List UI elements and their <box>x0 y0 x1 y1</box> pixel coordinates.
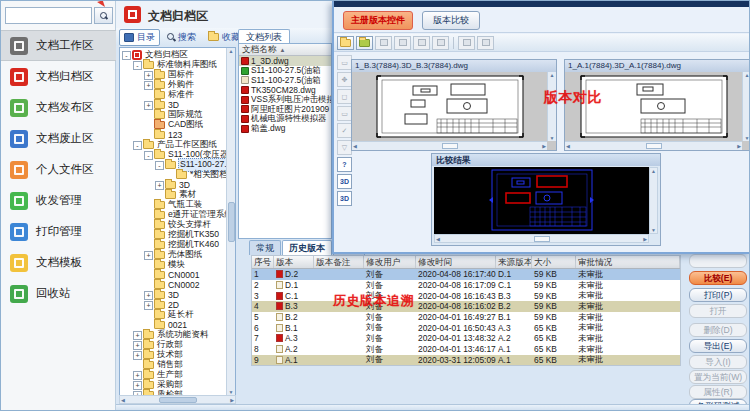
search-button[interactable] <box>94 7 113 24</box>
tree-node[interactable]: +CN0002 <box>120 280 235 290</box>
personal-icon <box>10 161 28 179</box>
help-icon[interactable]: ? <box>337 157 352 172</box>
expand-icon[interactable]: + <box>144 301 153 310</box>
version-label: D.2 <box>285 269 298 279</box>
search-button[interactable]: 搜索 <box>162 29 201 46</box>
expand-icon[interactable]: + <box>133 351 142 360</box>
table-row[interactable]: 4B.3刘备2020-04-08 16:16:02B.259 KB未审批 <box>252 301 680 312</box>
table-row[interactable]: 5B.2刘备2020-04-01 16:49:27B.159 KB未审批 <box>252 312 680 323</box>
expand-icon[interactable]: + <box>155 181 164 190</box>
folder-save-icon[interactable] <box>356 36 373 50</box>
compare-result-hscroll[interactable]: ◀▶ <box>434 234 649 243</box>
preview-left-hscroll[interactable]: ◀▶ <box>352 141 547 150</box>
print-button[interactable]: 打印(P) <box>689 288 747 302</box>
column-header[interactable]: 来源版本 <box>496 256 532 268</box>
column-header[interactable]: 修改用户 <box>364 256 416 268</box>
expand-icon[interactable]: + <box>133 371 142 380</box>
tree-node[interactable]: +*相关图档 <box>120 170 235 180</box>
expand-icon[interactable]: + <box>144 71 153 80</box>
column-header[interactable]: 大小 <box>532 256 576 268</box>
tree-node[interactable]: +CN0001 <box>120 270 235 280</box>
file-size: 65 KB <box>532 344 576 355</box>
column-header[interactable]: 修改时间 <box>416 256 496 268</box>
collapse-icon[interactable]: - <box>133 61 142 70</box>
compare-result-vscroll[interactable]: ▲▼ <box>649 167 658 234</box>
export-button[interactable]: 导出(E) <box>689 339 747 353</box>
expand-icon[interactable]: + <box>144 101 153 110</box>
sidebar-item-workspace[interactable]: 文档工作区 <box>1 30 116 61</box>
table-row[interactable]: 7A.3刘备2020-04-01 13:48:32A.265 KB未审批 <box>252 333 680 344</box>
sidebar-item-recycle[interactable]: 回收站 <box>1 278 116 309</box>
column-header[interactable]: 序号 <box>252 256 274 268</box>
tab-document-list[interactable]: 文档列表 <box>238 29 290 44</box>
version-gray-icon <box>276 324 283 332</box>
tree-node[interactable]: +延长杆 <box>120 310 235 320</box>
sidebar-item-print-manage[interactable]: 打印管理 <box>1 216 116 247</box>
expand-icon[interactable]: + <box>133 381 142 390</box>
tab-常规[interactable]: 常规 <box>249 240 281 255</box>
folder-open-icon[interactable] <box>337 36 354 50</box>
collapse-icon[interactable]: - <box>144 151 153 160</box>
tree-node[interactable]: +标准件 <box>120 90 235 100</box>
expand-icon[interactable]: + <box>144 291 153 300</box>
folder-icon <box>143 61 154 69</box>
column-header[interactable]: 审批情况 <box>576 256 680 268</box>
table-row[interactable]: 2D.1刘备2020-04-08 16:17:09C.159 KB未审批 <box>252 280 680 291</box>
version-compare-button[interactable]: 版本比较 <box>422 11 480 30</box>
sidebar-item-archive[interactable]: 文档归档区 <box>1 61 116 92</box>
source-version: A.1 <box>496 355 532 366</box>
file-red-icon <box>241 105 249 113</box>
main-version-control-button[interactable]: 主册版本控件 <box>343 11 413 30</box>
expand-icon[interactable]: + <box>144 251 153 260</box>
tree-node[interactable]: +CAD图纸 <box>120 120 235 130</box>
expand-icon[interactable]: + <box>133 331 142 340</box>
tree-node[interactable]: +模块 <box>120 260 235 270</box>
sidebar-item-template[interactable]: 文档模板 <box>1 247 116 278</box>
folder-icon <box>154 261 165 269</box>
tree-node[interactable]: +3D <box>120 290 235 300</box>
compare-button[interactable]: 比较(E) <box>689 271 747 285</box>
catalog-button[interactable]: 目录 <box>119 29 160 46</box>
row-no: 4 <box>252 301 274 312</box>
table-row[interactable]: 1D.2刘备2020-04-08 16:17:40D.159 KB未审批 <box>252 269 680 280</box>
tree-horizontal-scrollbar[interactable]: ◀▶ <box>119 395 236 404</box>
expand-icon[interactable]: + <box>144 81 153 90</box>
tree-vertical-scrollbar[interactable]: ▲▼ <box>226 48 235 395</box>
collapse-icon[interactable]: - <box>155 161 164 170</box>
folder-icon <box>154 111 165 119</box>
version-note <box>314 355 364 366</box>
folder-icon <box>154 271 165 279</box>
preview-left-vscroll[interactable]: ▲▼ <box>547 72 556 141</box>
version-label: B.1 <box>285 323 298 333</box>
preview-right-vscroll[interactable]: ▲▼ <box>742 72 750 141</box>
version-note <box>314 344 364 355</box>
view-3d-icon[interactable]: 3D <box>337 174 352 189</box>
table-row[interactable]: 3C.1刘备2020-04-08 16:16:43B.359 KB未审批 <box>252 290 680 301</box>
document-list-header[interactable]: 文档名称 ▲ <box>239 44 331 56</box>
sidebar-item-send-receive[interactable]: 收发管理 <box>1 185 116 216</box>
sidebar-item-personal[interactable]: 个人文件区 <box>1 154 116 185</box>
document-list-item[interactable]: 箱盖.dwg <box>239 124 331 134</box>
zoom-icon: ◻ <box>337 89 352 104</box>
table-row[interactable]: 6B.1刘备2020-04-01 16:50:43A.365 KB未审批 <box>252 322 680 333</box>
overlay-toolbar <box>334 34 750 52</box>
version-label: B.2 <box>285 312 298 322</box>
sidebar-item-abolish[interactable]: 文档废止区 <box>1 123 116 154</box>
view-3d-alt-icon[interactable]: 3D <box>337 191 352 206</box>
table-row[interactable]: 8A.2刘备2020-04-01 13:46:17A.165 KB未审批 <box>252 344 680 355</box>
column-header[interactable]: 版本备注 <box>314 256 364 268</box>
search-input[interactable] <box>5 7 92 24</box>
sidebar-item-publish[interactable]: 文档发布区 <box>1 92 116 123</box>
sidebar-item-label: 个人文件区 <box>36 162 94 177</box>
tab-历史版本[interactable]: 历史版本 <box>282 240 332 255</box>
expand-icon[interactable]: + <box>133 341 142 350</box>
column-header[interactable]: 版本 <box>274 256 314 268</box>
collapse-icon[interactable]: - <box>133 141 142 150</box>
rect-icon: ▭ <box>337 106 352 121</box>
collapse-icon[interactable]: - <box>122 51 131 60</box>
modify-user: 刘备 <box>364 312 416 323</box>
table-row[interactable]: 9A.1刘备2020-03-31 12:05:09A.165 KB未审批 <box>252 355 680 366</box>
preview-right-hscroll[interactable]: ◀▶ <box>565 141 742 150</box>
document-list-item[interactable]: S11-100-27.5(油箱 <box>239 75 331 85</box>
archive-node-icon <box>132 50 142 60</box>
